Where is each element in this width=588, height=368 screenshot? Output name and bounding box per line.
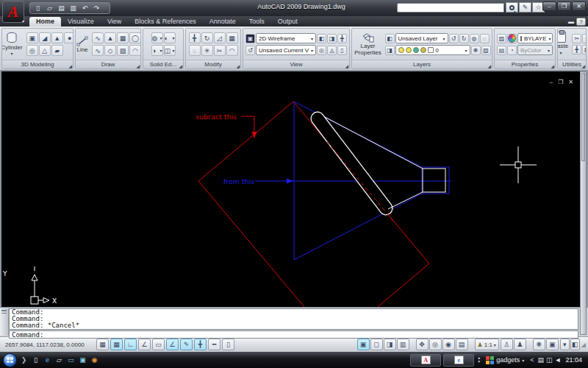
drawing-minimize-icon[interactable]: – [550, 79, 553, 85]
showmotion-button[interactable]: ▤ [456, 339, 468, 350]
panel-launcher-icon[interactable]: ◢ [68, 63, 72, 68]
cut-icon[interactable]: ✂ [572, 34, 581, 43]
search-input[interactable] [397, 3, 504, 13]
volume-icon[interactable]: ◄ [555, 356, 562, 364]
visual-style-dropdown[interactable]: 2D Wireframe▾ [256, 33, 316, 43]
move-icon[interactable]: ╋ [189, 32, 201, 43]
layer-filter-dropdown[interactable]: Unsaved Layer▾ [395, 33, 448, 43]
undo-icon[interactable]: ↶ [79, 4, 90, 13]
paste-button[interactable]: Paste ▾ [557, 32, 570, 57]
show-desktop-icon[interactable]: ❯ [18, 354, 29, 366]
help-button[interactable]: ? [576, 18, 586, 26]
zoom-extents-icon[interactable]: ◎ [317, 46, 326, 55]
vertical-scrollbar[interactable] [580, 71, 587, 335]
ribbon-tab[interactable]: Visualize [61, 17, 101, 26]
layer-unisolate-icon[interactable]: ◌ [480, 34, 490, 43]
properties-list-icon[interactable]: ▤ [497, 46, 506, 55]
panel-launcher-icon[interactable]: ◢ [236, 63, 240, 68]
scrollbar-thumb[interactable] [581, 73, 585, 161]
layer-freeze-icon[interactable]: ❋ [471, 46, 481, 55]
copy-icon[interactable]: ▯ [582, 34, 587, 43]
document-icon[interactable]: ▯ [30, 354, 41, 366]
new-file-icon[interactable]: ▯ [32, 4, 43, 13]
cylinder-button[interactable]: Cylinder▾ [1, 32, 24, 57]
layer-match-icon[interactable]: ↻ [459, 34, 469, 43]
erase-icon[interactable]: ◌ [189, 45, 201, 56]
sphere-icon[interactable]: ● [64, 32, 74, 43]
dyn-toggle[interactable]: ╋ [194, 339, 207, 350]
ribbon-tab[interactable]: View [101, 17, 128, 26]
extrude-faces-icon[interactable]: ◐▾ [164, 32, 176, 43]
media-player-icon[interactable]: ◉ [89, 354, 100, 366]
pyramid-icon[interactable]: △ [39, 45, 51, 56]
zoom-button[interactable]: ◎ [429, 339, 442, 350]
torus-icon[interactable]: ◎ [26, 45, 38, 56]
layer-state-icon[interactable]: ◨ [385, 46, 395, 55]
union-icon[interactable]: ◍▾ [151, 32, 163, 43]
save-icon[interactable]: ▤ [56, 4, 67, 13]
materials-button[interactable]: ◔ [507, 46, 517, 55]
autocad-taskbar-button[interactable]: A [410, 354, 441, 367]
network-icon[interactable]: ◫ [546, 356, 553, 364]
color-wheel-button[interactable] [507, 34, 517, 43]
subtract-icon[interactable]: ◑▾ [151, 45, 163, 56]
ribbon-options-icon[interactable]: ▬ [568, 18, 574, 25]
ie-taskbar-button[interactable]: e [443, 354, 474, 367]
communication-center-button[interactable]: ✎ [519, 2, 531, 13]
gradient-icon[interactable]: ▲ [104, 32, 116, 43]
wedge-icon[interactable]: ◢ [39, 32, 51, 43]
viewport-icon[interactable]: ▯ [337, 46, 347, 55]
layer-properties-button[interactable]: Layer Properties [354, 33, 383, 56]
object-color-dropdown[interactable]: BYLAYE▾ [517, 33, 553, 43]
command-window-titlebar[interactable] [0, 308, 9, 336]
visual-style-preview-icon[interactable]: ▣ [245, 34, 255, 43]
open-file-icon[interactable]: ▱ [44, 4, 55, 13]
spline-icon[interactable]: ∿ [92, 45, 104, 56]
restore-button[interactable]: ❐ [557, 1, 571, 11]
osnap-toggle[interactable]: ▭ [152, 339, 165, 350]
layer-prev-icon[interactable]: ↺ [449, 34, 459, 43]
array-icon[interactable]: ▦ [226, 32, 238, 43]
lwt-toggle[interactable]: ━ [208, 339, 220, 350]
command-input[interactable]: Command: [9, 330, 578, 339]
circle-icon[interactable]: ◯ [129, 32, 141, 43]
resize-grip-icon[interactable]: ◢ [581, 342, 586, 348]
scale-icon[interactable]: ◿ [214, 32, 226, 43]
panel-launcher-icon[interactable]: ◢ [551, 63, 554, 68]
tray-collapse-button[interactable]: < [528, 356, 536, 364]
polygon-icon[interactable]: ◇ [104, 45, 116, 56]
ribbon-tab[interactable]: Annotate [203, 17, 243, 26]
viewcube-icon[interactable]: ◬ [327, 46, 337, 55]
grid-toggle[interactable]: ▦ [110, 339, 123, 350]
panel-launcher-icon[interactable]: ◢ [345, 63, 348, 68]
rotate-icon[interactable]: ↻ [201, 32, 213, 43]
model-button[interactable]: ▣ [357, 339, 370, 350]
polyline-icon[interactable]: ∿ [92, 32, 104, 43]
quickcalc-icon[interactable]: ▦ [582, 45, 587, 54]
snap-toggle[interactable]: ▦ [96, 339, 109, 350]
cone-icon[interactable]: ▲ [51, 32, 63, 43]
slice-icon[interactable]: ◫▾ [164, 45, 176, 56]
material-dropdown[interactable]: ByColor▾ [517, 45, 553, 55]
layer-dropdown[interactable]: 0 ▾ [395, 45, 470, 55]
start-button[interactable] [3, 353, 17, 367]
layer-filter-icon[interactable]: ◧ [385, 34, 395, 43]
coordinates-readout[interactable]: 2657.9084, 1117.0238, 0.0000 [2, 342, 95, 348]
layer-isolate-icon[interactable]: ◍ [470, 34, 479, 43]
panel-launcher-icon[interactable]: ◢ [179, 63, 182, 68]
named-view-dropdown[interactable]: Unsaved Current V▾ [256, 45, 316, 55]
remote-desktop-icon[interactable]: ▭ [65, 354, 76, 366]
scroll-down-icon[interactable]: ▼ [477, 360, 481, 364]
layout-button[interactable]: ◻ [370, 339, 383, 350]
application-menu-button[interactable]: A ▾ [2, 1, 24, 23]
ortho-toggle[interactable]: ∟ [124, 339, 137, 350]
trim-icon[interactable]: ✂ [214, 45, 226, 56]
layer-off-icon[interactable]: ▨ [481, 46, 491, 55]
annotation-visibility-button[interactable]: ♙ [501, 339, 513, 350]
qp-toggle[interactable]: ▯ [222, 339, 234, 350]
match-properties-icon[interactable]: ▨ [497, 34, 506, 43]
ducs-toggle[interactable]: ✎ [180, 339, 193, 350]
plot-icon[interactable]: ▥ [68, 4, 79, 13]
taskbar-clock[interactable]: 21:04 [562, 356, 585, 364]
ribbon-tab[interactable]: Blocks & References [128, 17, 203, 26]
